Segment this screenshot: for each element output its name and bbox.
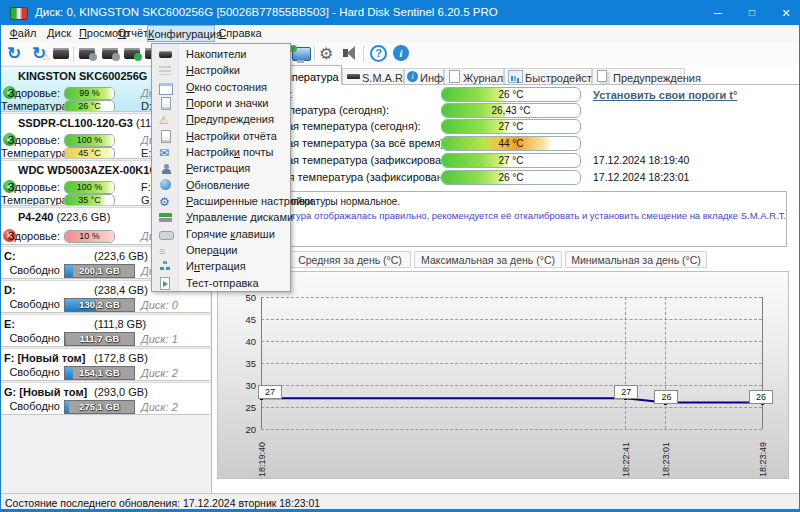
free-label: Свободно <box>1 332 60 344</box>
drives-icon <box>159 51 172 58</box>
mail-icon: ✉ <box>159 147 173 159</box>
health-label: Здоровье: <box>1 87 60 99</box>
status-window-icon <box>159 83 173 95</box>
partition-item-f[interactable]: F: [Новый том] (172,8 GB) Свободно 154,1… <box>1 348 210 381</box>
integration-nodes-icon <box>160 267 164 270</box>
alert-badge-icon: ⚠ <box>42 52 50 62</box>
menu-item-hotkeys[interactable]: Горячие клавиши <box>152 227 290 243</box>
partition-letter: F: [Новый том] <box>4 352 85 364</box>
partition-letter: E: <box>4 318 15 330</box>
subtab-daily-maximum[interactable]: Максимальная за день (°C) <box>414 251 562 268</box>
temperature-bar: 26,43 °C <box>441 103 581 118</box>
disk-clock-icon[interactable] <box>102 48 118 59</box>
menu-item-warnings[interactable]: ⚠Предупреждения <box>152 112 290 128</box>
menu-item-settings[interactable]: Настройки <box>152 63 290 79</box>
temperature-label: Температура: <box>1 194 60 206</box>
menu-item-integration[interactable]: Интеграция <box>152 259 290 275</box>
registration-person-icon <box>159 163 173 175</box>
y-axis-tick-label: 40 <box>232 336 256 347</box>
menu-file[interactable]: Файл <box>5 25 41 42</box>
tab-info[interactable]: i Инфо <box>404 68 444 84</box>
health-bar: 100 % <box>64 181 115 194</box>
app-window: Диск: 0, KINGSTON SKC600256G [50026B7785… <box>0 0 800 512</box>
y-axis-tick-label: 50 <box>232 292 256 303</box>
y-axis-tick-label: 25 <box>232 402 256 413</box>
y-axis-tick-label: 30 <box>232 380 256 391</box>
x-axis-tick-label: 18:23:49 <box>758 442 768 477</box>
menu-help[interactable]: Справка <box>217 25 263 42</box>
x-axis-tick-label: 18:22:41 <box>621 442 631 477</box>
y-axis-tick-label: 45 <box>232 314 256 325</box>
advanced-gear-icon: ⚙ <box>159 196 173 208</box>
drive-icon[interactable] <box>53 48 69 59</box>
window-title: Диск: 0, KINGSTON SKC600256G [50026B7785… <box>35 6 498 18</box>
free-space-bar: 275,1 GB <box>64 400 135 414</box>
menu-disk[interactable]: Диск <box>43 25 75 42</box>
menu-item-test-send[interactable]: Тест-отправка <box>152 276 290 292</box>
temperature-row: Средняя температура (сегодня): 26,43 °C <box>212 103 799 118</box>
partition-item-g[interactable]: G: [Новый том] (293,0 GB) Свободно 275,1… <box>1 382 210 415</box>
close-button[interactable]: ✕ <box>769 1 800 25</box>
disk-title: P4-240 (223,6 GB) <box>18 211 110 223</box>
subtab-daily-average[interactable]: Средняя за день (°C) <box>289 251 411 268</box>
menu-item-drives[interactable]: Накопители <box>152 47 290 63</box>
temperature-bar: 27 °C <box>441 119 581 134</box>
menu-item-disk-management[interactable]: Управление дисками <box>152 210 290 226</box>
free-label: Свободно <box>1 366 60 378</box>
menu-item-status-window[interactable]: Окно состояния <box>152 80 290 96</box>
minimize-button[interactable]: ─ <box>701 1 735 25</box>
gear-icon[interactable]: ⚙ <box>319 44 333 63</box>
menu-bar: Файл Диск Просмотр Отчёт Конфигурация Сп… <box>1 25 799 44</box>
tab-smart[interactable]: S.M.A.R.T. <box>342 68 404 84</box>
menu-item-advanced-settings[interactable]: ⚙Расширенные настройки <box>152 194 290 210</box>
refresh-icon[interactable]: ↻ <box>7 43 21 64</box>
clock-badge-icon <box>112 53 120 61</box>
disk-gauge-icon[interactable] <box>79 48 95 59</box>
menu-item-registration[interactable]: Регистрация <box>152 161 290 177</box>
menu-item-thresholds[interactable]: Пороги и значки <box>152 96 290 112</box>
free-label: Свободно <box>1 264 60 276</box>
menu-item-mail-settings[interactable]: ✉Настройки почты <box>152 145 290 161</box>
temperature-chart: 5045403530252018:19:4018:22:4118:23:0118… <box>217 271 789 479</box>
tab-warnings[interactable]: Предупреждения <box>592 68 685 84</box>
partition-size: (238,4 GB) <box>94 284 148 296</box>
health-bar: 10 % <box>64 230 115 243</box>
data-point-label: 26 <box>749 390 773 404</box>
temperature-bar: 26 °C <box>441 170 581 185</box>
partition-item-e[interactable]: E: (111,8 GB) Свободно 111,7 GB Диск: 1 <box>1 314 210 347</box>
x-axis-tick-label: 18:19:40 <box>257 442 267 477</box>
data-point-label: 27 <box>258 385 282 399</box>
tab-performance[interactable]: Быстродействие <box>504 68 592 84</box>
toolbar-separator <box>73 46 74 62</box>
chart-line-svg <box>218 272 788 478</box>
temperature-bar: 35 °C <box>64 194 115 206</box>
maximize-button[interactable]: □ <box>735 1 769 25</box>
computer-icon[interactable] <box>292 47 311 61</box>
thresholds-icon <box>161 97 171 110</box>
operations-icon: ≡ <box>159 245 173 257</box>
menu-item-update[interactable]: Обновление <box>152 178 290 194</box>
menu-item-report-settings[interactable]: Настройки отчёта <box>152 129 290 145</box>
set-thresholds-link[interactable]: Установить свои пороги t° <box>593 89 737 101</box>
data-point-label: 26 <box>654 390 678 404</box>
update-globe-icon <box>160 179 171 190</box>
tab-journal[interactable]: Журнал <box>444 68 504 84</box>
temperature-bar: 27 °C <box>441 153 581 168</box>
recorded-max-date: 17.12.2024 18:19:40 <box>593 154 689 166</box>
y-axis-tick-label: 20 <box>232 424 256 435</box>
warning-icon: ⚠ <box>159 114 173 126</box>
test-send-icon <box>160 277 170 290</box>
menu-item-operations[interactable]: ≡Операции <box>152 243 290 259</box>
disk-number-label: Диск: 0 <box>141 299 178 311</box>
disk-check-icon[interactable] <box>124 48 140 59</box>
recorded-min-date: 17.12.2024 18:23:01 <box>593 171 689 183</box>
temperature-row: Минимальная температура (зафиксированная… <box>212 170 799 185</box>
partition-letter: G: [Новый том] <box>4 386 87 398</box>
speaker-icon[interactable] <box>343 49 348 57</box>
menu-configuration[interactable]: Конфигурация <box>147 25 215 42</box>
subtab-daily-minimum[interactable]: Минимальная за день (°C) <box>565 251 707 268</box>
help-icon[interactable]: ? <box>370 45 387 62</box>
info-icon[interactable]: i <box>393 45 409 61</box>
partition-letter: D: <box>4 284 16 296</box>
health-bar: 100 % <box>64 134 115 147</box>
